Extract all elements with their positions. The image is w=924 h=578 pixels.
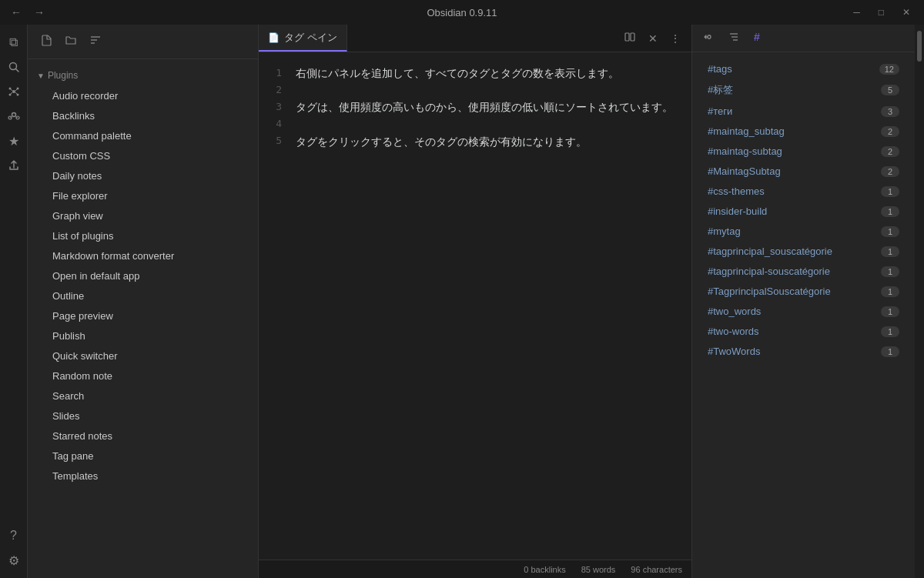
plugin-list: Audio recorderBacklinksCommand paletteCu…: [28, 86, 258, 486]
search-icon[interactable]: [2, 55, 25, 79]
plugin-item[interactable]: Slides: [31, 406, 255, 426]
plugin-item[interactable]: Daily notes: [31, 166, 255, 185]
tag-name: #теги: [708, 105, 732, 117]
plugin-item[interactable]: Graph view: [31, 206, 255, 226]
plugin-item[interactable]: Open in default app: [31, 266, 255, 286]
files-icon[interactable]: ⧉: [2, 31, 25, 54]
outline-panel-button[interactable]: [723, 28, 745, 49]
tag-name: #css-themes: [708, 185, 765, 197]
plugin-item[interactable]: Quick switcher: [31, 346, 255, 366]
plugin-item[interactable]: Command palette: [31, 126, 255, 145]
tag-row[interactable]: #two_words1: [695, 302, 912, 321]
tags-panel-button[interactable]: #: [748, 28, 769, 49]
new-folder-button[interactable]: [62, 31, 80, 52]
plugin-item[interactable]: Search: [31, 386, 255, 406]
tag-name: #TagprincipalSouscatégorie: [708, 286, 831, 297]
tag-row[interactable]: #标签5: [695, 79, 912, 101]
starred-icon[interactable]: ★: [2, 129, 25, 152]
tag-row[interactable]: #теги3: [695, 102, 912, 121]
tag-row[interactable]: #tagprincipal-souscatégorie1: [695, 262, 912, 281]
plugin-item[interactable]: Publish: [31, 326, 255, 346]
tag-row[interactable]: #tags12: [695, 59, 912, 79]
titlebar-nav: ← →: [6, 5, 49, 20]
tag-row[interactable]: #mytag1: [695, 222, 912, 241]
tag-name: #two_words: [708, 306, 761, 317]
plugin-item[interactable]: Random note: [31, 366, 255, 386]
editor-line: タグをクリックすると、そのタグの検索が有効になります。: [296, 133, 679, 150]
plugin-item[interactable]: List of plugins: [31, 226, 255, 246]
tag-row[interactable]: #css-themes1: [695, 182, 912, 201]
new-file-button[interactable]: [37, 31, 55, 52]
close-tab-button[interactable]: ✕: [644, 31, 662, 46]
tag-row[interactable]: #two-words1: [695, 322, 912, 341]
plugin-item[interactable]: Page preview: [31, 306, 255, 326]
tag-row[interactable]: #TwoWords1: [695, 342, 912, 361]
svg-rect-17: [625, 33, 629, 41]
sort-button[interactable]: [86, 31, 105, 52]
tag-row[interactable]: #maintag-subtag2: [695, 142, 912, 161]
plugin-item[interactable]: Starred notes: [31, 426, 255, 446]
minimize-button[interactable]: ─: [845, 5, 868, 19]
tag-count: 1: [881, 206, 899, 217]
right-panel-toolbar: #: [692, 25, 915, 52]
editor-tab[interactable]: 📄 タグ ペイン: [259, 25, 347, 52]
tag-row[interactable]: #MaintagSubtag2: [695, 162, 912, 181]
plugin-item[interactable]: Tag pane: [31, 446, 255, 466]
community-icon[interactable]: [2, 105, 25, 128]
plugin-item[interactable]: Audio recorder: [31, 86, 255, 105]
plugin-item[interactable]: Templates: [31, 466, 255, 486]
chevron-down-icon: ▼: [37, 72, 45, 80]
publish-icon[interactable]: [2, 154, 25, 177]
tag-count: 2: [881, 146, 899, 157]
tag-name: #标签: [708, 83, 733, 97]
tag-count: 1: [881, 306, 899, 317]
tag-name: #insider-build: [708, 205, 767, 217]
tag-row[interactable]: #maintag_subtag2: [695, 122, 912, 141]
svg-rect-18: [631, 33, 634, 41]
nav-forward-button[interactable]: →: [29, 5, 49, 20]
editor-body: 1 2 3 4 5 右側にパネルを追加して、すべてのタグとタグの数を表示します。…: [259, 52, 691, 560]
tag-count: 1: [881, 266, 899, 277]
tag-name: #tagprincipal_souscatégorie: [708, 246, 832, 257]
reading-view-button[interactable]: [619, 29, 641, 47]
svg-line-1: [15, 69, 18, 72]
nav-back-button[interactable]: ←: [6, 5, 26, 20]
plugin-item[interactable]: Markdown format converter: [31, 246, 255, 266]
far-right-scroll: [915, 25, 924, 578]
scroll-thumb[interactable]: [917, 31, 922, 62]
graph-icon[interactable]: [2, 80, 25, 103]
editor-tab-bar: 📄 タグ ペイン ✕ ⋮: [259, 25, 691, 52]
line-num-3: 3: [259, 99, 282, 115]
editor-line: [296, 82, 679, 99]
editor-line: 右側にパネルを追加して、すべてのタグとタグの数を表示します。: [296, 65, 679, 82]
backlinks-panel-button[interactable]: [698, 28, 720, 49]
tag-row[interactable]: #insider-build1: [695, 202, 912, 221]
tag-count: 1: [881, 186, 899, 197]
svg-line-8: [15, 89, 17, 91]
more-options-button[interactable]: ⋮: [665, 31, 685, 46]
tag-name: #tagprincipal-souscatégorie: [708, 266, 830, 277]
tag-count: 1: [881, 286, 899, 297]
plugin-item[interactable]: File explorer: [31, 186, 255, 205]
tag-row[interactable]: #tagprincipal_souscatégorie1: [695, 242, 912, 261]
svg-point-2: [12, 90, 15, 93]
tag-name: #maintag_subtag: [708, 125, 785, 137]
line-num-4: 4: [259, 115, 282, 132]
editor-line: [296, 116, 679, 133]
backlinks-status: 0 backlinks: [524, 565, 565, 574]
plugin-item[interactable]: Outline: [31, 286, 255, 306]
right-panel: # #tags12#标签5#теги3#maintag_subtag2#main…: [691, 25, 915, 578]
tag-row[interactable]: #TagprincipalSouscatégorie1: [695, 282, 912, 301]
editor-tab-actions: ✕ ⋮: [619, 29, 691, 47]
close-button[interactable]: ✕: [895, 5, 918, 19]
plugins-section-header[interactable]: ▼ Plugins: [28, 65, 258, 85]
tag-name: #mytag: [708, 226, 741, 237]
settings-icon[interactable]: ⚙: [2, 549, 25, 572]
help-icon[interactable]: ?: [2, 524, 25, 547]
editor-content[interactable]: 右側にパネルを追加して、すべてのタグとタグの数を表示します。タグは、使用頻度の高…: [290, 52, 691, 560]
line-num-1: 1: [259, 65, 282, 82]
maximize-button[interactable]: □: [871, 5, 892, 19]
plugin-item[interactable]: Custom CSS: [31, 146, 255, 165]
plugin-item[interactable]: Backlinks: [31, 106, 255, 125]
titlebar: ← → Obsidian 0.9.11 ─ □ ✕: [0, 0, 924, 25]
